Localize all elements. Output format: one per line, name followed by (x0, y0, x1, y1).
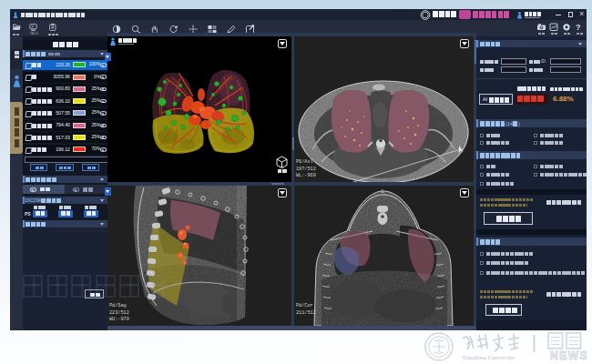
svg-text:P6/Axl: P6/Axl (296, 159, 313, 165)
svg-text:Pd/Cor: Pd/Cor (296, 303, 313, 308)
svg-text:WU:-970: WU:-970 (109, 317, 129, 322)
svg-text:?: ? (576, 23, 581, 31)
svg-text:P: P (32, 25, 35, 29)
svg-text:NEWS: NEWS (550, 349, 588, 362)
svg-text:211/512: 211/512 (296, 310, 316, 316)
svg-text:197/512: 197/512 (296, 167, 316, 172)
svg-text:223/512: 223/512 (109, 310, 129, 316)
svg-text:WL:-969: WL:-969 (296, 173, 316, 178)
svg-text:Pd/Sag: Pd/Sag (109, 303, 127, 308)
svg-text:1: 1 (381, 188, 384, 195)
svg-text:Tsinghua University: Tsinghua University (462, 354, 515, 360)
